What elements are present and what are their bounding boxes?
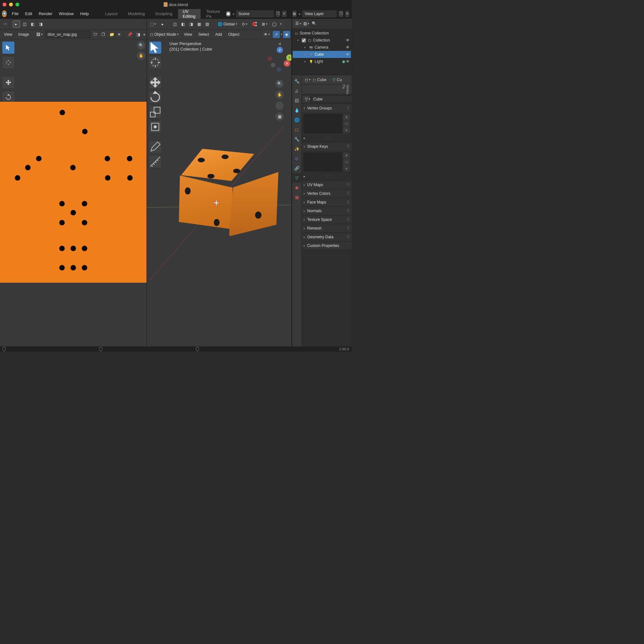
remove-vg-button[interactable]: −	[343, 121, 350, 127]
menu-edit[interactable]: Edit	[23, 10, 35, 17]
vp-sel-mode-2[interactable]: ◧	[179, 21, 186, 28]
tool-move[interactable]	[2, 76, 15, 89]
eye-icon[interactable]: 👁	[346, 45, 350, 50]
zoom-3d-icon[interactable]: 🔍	[275, 80, 284, 88]
dice-object[interactable]	[179, 149, 256, 234]
tab-modeling[interactable]: Modeling	[123, 9, 149, 18]
editor-type-button[interactable]: ▾	[1, 21, 8, 28]
axis-y[interactable]: Y	[286, 54, 291, 61]
uv-image-name-input[interactable]	[45, 31, 90, 38]
tab-view[interactable]: 🖼	[292, 96, 301, 105]
panel-header[interactable]: Texture Space⠿	[302, 215, 352, 224]
play-icon[interactable]	[304, 136, 305, 140]
uv-select-box-icon[interactable]: ▸	[13, 21, 20, 28]
axis-neg-x[interactable]	[268, 56, 272, 61]
view-layer-input[interactable]	[302, 10, 337, 18]
panel-header[interactable]: Face Maps⠿	[302, 198, 352, 206]
panel-header[interactable]: Vertex Colors⠿	[302, 189, 352, 198]
panel-header[interactable]: Custom Properties	[302, 241, 352, 250]
new-image-button[interactable]: ❐	[99, 31, 107, 38]
collapse-n-panel[interactable]: ◀	[278, 42, 281, 45]
axis-neg-y[interactable]	[271, 63, 275, 67]
panel-header[interactable]: Geometry Data⠿	[302, 233, 352, 241]
browse-scene-button[interactable]	[226, 11, 230, 17]
vp-tool-select[interactable]	[149, 41, 162, 54]
gizmo-arrow[interactable]: ▾	[281, 33, 282, 36]
menu-file[interactable]: File	[9, 10, 21, 17]
uv-image-browse[interactable]: 🖼▾	[34, 31, 44, 38]
play-icon[interactable]	[304, 175, 305, 178]
tab-modifiers[interactable]: 🔧	[292, 134, 301, 144]
vp-tool-move[interactable]	[149, 76, 162, 89]
eye-icon[interactable]: 👁	[346, 52, 350, 57]
eye-icon[interactable]: ◉	[342, 59, 345, 64]
proportional-edit-button[interactable]: ◯	[270, 21, 277, 28]
cursor-tool-icon[interactable]: ▸	[160, 21, 167, 28]
axis-neg-z[interactable]	[277, 67, 281, 72]
visibility-button[interactable]: 👁▾	[262, 31, 272, 38]
vp-canvas[interactable]: User Perspective (201) Collection | Cube…	[147, 39, 291, 346]
vp-tool-scale[interactable]	[149, 106, 162, 118]
crumb-data[interactable]: ▽Cu	[331, 77, 344, 83]
menu-window[interactable]: Window	[56, 10, 76, 17]
gizmo-toggle[interactable]: ↗	[273, 31, 280, 38]
uv-canvas[interactable]: 🔍 ✋	[0, 39, 147, 346]
new-scene-button[interactable]: ❐	[276, 11, 280, 17]
vp-sel-mode-3[interactable]: ◨	[187, 21, 194, 28]
cube-row[interactable]: ▽ Cube 👁	[293, 51, 351, 58]
vp-tool-measure[interactable]	[149, 155, 162, 168]
overlay-toggle[interactable]: ◉	[283, 31, 290, 38]
tab-particles[interactable]: ✨	[292, 144, 301, 154]
outliner-search[interactable]: 🔍	[309, 20, 350, 27]
expand-icon[interactable]	[304, 53, 308, 56]
tool-cursor[interactable]	[2, 56, 15, 69]
new-layer-button[interactable]: ❐	[339, 11, 343, 17]
pivot-point-button[interactable]: ⊙▾	[240, 20, 249, 28]
collection-checkbox[interactable]	[302, 38, 306, 43]
vertex-paint-label[interactable]: Vertex Pa	[341, 84, 350, 95]
mesh-name-input[interactable]	[311, 96, 352, 103]
collection-row[interactable]: ▢ Collection 👁	[293, 37, 351, 44]
light-row[interactable]: 💡 Light ◉👁	[293, 58, 351, 65]
snap-menu-button[interactable]: ⊞▾	[260, 20, 269, 28]
nav-gizmo[interactable]: Z Y X	[268, 48, 291, 71]
menu-help[interactable]: Help	[78, 10, 91, 17]
open-image-button[interactable]: 📁	[108, 31, 115, 38]
tab-constraints[interactable]: 🔗	[292, 163, 301, 173]
scene-name-input[interactable]	[236, 10, 274, 18]
uv-toggle-panel[interactable]: ◨	[135, 31, 142, 38]
panel-header[interactable]: Vertex Groups⠿	[302, 104, 352, 112]
mode-selector[interactable]: ◻ Object Mode ▾	[148, 31, 180, 38]
add-vg-button[interactable]: +	[343, 114, 350, 120]
browse-layer-button[interactable]: ▦	[292, 11, 297, 17]
tab-world[interactable]: 🌐	[292, 115, 301, 125]
vp-tool-transform[interactable]	[149, 120, 162, 133]
editor-type-3d-button[interactable]: ⬚▾	[148, 21, 155, 28]
transform-orientation[interactable]: 🌐 Global ▾	[216, 20, 239, 28]
vp-tool-annotate[interactable]	[149, 140, 162, 153]
layer-dropdown-arrow[interactable]	[298, 12, 300, 16]
vp-tool-cursor[interactable]	[149, 56, 162, 69]
tab-texture[interactable]: ▦	[292, 192, 301, 202]
pan-3d-icon[interactable]: ✋	[275, 90, 284, 99]
pan-icon[interactable]: ✋	[137, 52, 145, 60]
pin-button[interactable]: 📌	[126, 31, 133, 38]
vp-sel-mode-4[interactable]: ▦	[195, 21, 203, 28]
vp-menu-add[interactable]: Add	[213, 31, 224, 38]
uv-select-mode-2[interactable]: ◧	[29, 21, 36, 28]
props-type-button[interactable]: ◻▾	[303, 76, 310, 83]
remove-sk-button[interactable]: −	[343, 159, 350, 165]
expand-icon[interactable]	[297, 39, 300, 42]
outliner-display-button[interactable]: ▥▾	[301, 20, 308, 27]
uv-select-mode-3[interactable]: ◨	[37, 21, 44, 28]
zoom-icon[interactable]: 🔍	[137, 41, 145, 50]
sk-menu-button[interactable]: ▾	[343, 166, 350, 171]
vg-menu-button[interactable]: ▾	[343, 127, 350, 133]
delete-layer-button[interactable]: ✕	[345, 11, 349, 17]
scene-collection-row[interactable]: ▭ Scene Collection	[293, 30, 351, 37]
vp-menu-object[interactable]: Object	[226, 31, 242, 38]
tab-layout[interactable]: Layout	[100, 9, 122, 18]
eye-icon[interactable]: 👁	[346, 38, 350, 43]
mesh-browse-button[interactable]: ▽▾	[303, 96, 310, 103]
vp-sel-mode-5[interactable]: ▧	[204, 21, 211, 28]
